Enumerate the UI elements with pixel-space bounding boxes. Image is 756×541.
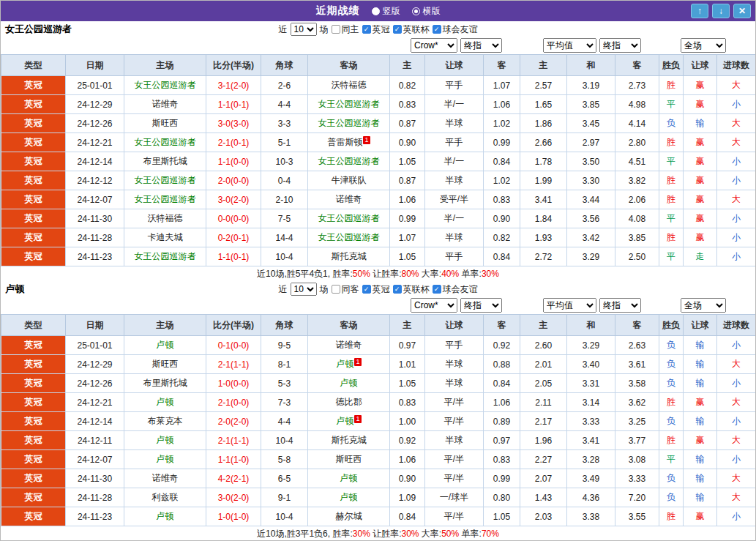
match-score[interactable]: 2-0(2-0) [206, 412, 261, 431]
home-team[interactable]: 斯旺西 [124, 114, 206, 133]
match-count-select[interactable]: 10 [291, 283, 317, 296]
match-score[interactable]: 0-0(0-0) [206, 209, 261, 228]
euro-home-odds: 2.17 [520, 412, 567, 431]
home-team[interactable]: 女王公园巡游者 [124, 76, 206, 95]
match-score[interactable]: 1-1(1-0) [206, 450, 261, 469]
odds-provider-select[interactable]: Crow* [411, 298, 457, 313]
home-team[interactable]: 卢顿 [124, 431, 206, 450]
home-team[interactable]: 布里斯托城 [124, 152, 206, 171]
away-team[interactable]: 赫尔城 [308, 507, 390, 526]
home-team[interactable]: 布莱克本 [124, 412, 206, 431]
same-away-checkbox[interactable]: 同客 [332, 283, 359, 296]
match-count-select[interactable]: 10 [291, 23, 317, 36]
league-checkbox-friendly[interactable]: 球会友谊 [433, 23, 478, 36]
match-score[interactable]: 3-0(3-0) [206, 114, 261, 133]
league-type-cell: 英冠 [1, 114, 66, 133]
away-team[interactable]: 斯托克城 [308, 247, 390, 266]
home-team[interactable]: 女王公园巡游者 [124, 171, 206, 190]
match-score[interactable]: 1-0(1-0) [206, 507, 261, 526]
handicap-line: 半/一 [425, 209, 484, 228]
match-score[interactable]: 2-1(0-0) [206, 393, 261, 412]
match-score[interactable]: 2-1(0-1) [206, 133, 261, 152]
away-team[interactable]: 女王公园巡游者 [308, 152, 390, 171]
layout-radio-vertical[interactable]: 竖版 [372, 5, 400, 18]
away-team[interactable]: 牛津联队 [308, 171, 390, 190]
home-team[interactable]: 女王公园巡游者 [124, 247, 206, 266]
match-score[interactable]: 2-0(0-0) [206, 171, 261, 190]
league-type-cell: 英冠 [1, 95, 66, 114]
home-team[interactable]: 诺维奇 [124, 95, 206, 114]
league-checkbox-championship[interactable]: 英冠 [362, 23, 390, 36]
away-team[interactable]: 沃特福德 [308, 76, 390, 95]
euro-odds-mode-select[interactable]: 平均值 [543, 298, 596, 313]
move-up-button[interactable]: ↑ [691, 4, 708, 18]
away-team[interactable]: 女王公园巡游者 [308, 95, 390, 114]
odds-provider-select[interactable]: Crow* [411, 38, 457, 53]
home-team[interactable]: 布里斯托城 [124, 374, 206, 393]
match-score[interactable]: 0-2(0-1) [206, 228, 261, 247]
home-team[interactable]: 利兹联 [124, 488, 206, 507]
match-score[interactable]: 1-1(0-0) [206, 152, 261, 171]
home-team[interactable]: 沃特福德 [124, 209, 206, 228]
home-team[interactable]: 卢顿 [124, 336, 206, 355]
league-type-cell: 英冠 [1, 450, 66, 469]
away-team[interactable]: 斯旺西 [308, 450, 390, 469]
over-under-result: 小 [717, 450, 756, 469]
move-down-button[interactable]: ↓ [712, 4, 730, 18]
home-team[interactable]: 卢顿 [124, 450, 206, 469]
over-under-result: 小 [717, 507, 756, 526]
away-team[interactable]: 女王公园巡游者 [308, 114, 390, 133]
match-score[interactable]: 3-0(2-0) [206, 488, 261, 507]
team-name-text: 德比郡 [336, 397, 362, 407]
home-team[interactable]: 卡迪夫城 [124, 228, 206, 247]
handicap-odds-type-select[interactable]: 终指 [460, 298, 502, 313]
match-score[interactable]: 1-0(0-0) [206, 374, 261, 393]
league-checkbox-friendly[interactable]: 球会友谊 [433, 283, 478, 296]
euro-odds-type-select[interactable]: 终指 [599, 298, 641, 313]
close-button[interactable]: ✕ [733, 4, 751, 18]
match-score[interactable]: 1-1(0-1) [206, 95, 261, 114]
home-team[interactable]: 女王公园巡游者 [124, 190, 206, 209]
away-team[interactable]: 普雷斯顿1 [308, 133, 390, 152]
match-score[interactable]: 0-1(0-0) [206, 336, 261, 355]
same-home-checkbox[interactable]: 同主 [332, 23, 359, 36]
match-score[interactable]: 1-1(0-1) [206, 247, 261, 266]
match-score[interactable]: 2-1(1-1) [206, 431, 261, 450]
away-team[interactable]: 卢顿 [308, 488, 390, 507]
home-team[interactable]: 卢顿 [124, 393, 206, 412]
home-team[interactable]: 女王公园巡游者 [124, 133, 206, 152]
scope-select[interactable]: 全场 [681, 38, 726, 53]
match-score[interactable]: 3-1(2-0) [206, 76, 261, 95]
away-team[interactable]: 斯托克城 [308, 431, 390, 450]
away-team[interactable]: 卢顿1 [308, 355, 390, 374]
euro-draw-odds: 3.29 [567, 336, 615, 355]
league-checkbox-championship[interactable]: 英冠 [362, 283, 390, 296]
match-score[interactable]: 4-2(2-1) [206, 469, 261, 488]
column-header: 和 [567, 55, 615, 76]
away-team[interactable]: 卢顿1 [308, 412, 390, 431]
league-checkbox-efl-cup[interactable]: 英联杯 [393, 283, 430, 296]
home-team[interactable]: 斯旺西 [124, 355, 206, 374]
euro-odds-type-select[interactable]: 终指 [599, 38, 641, 53]
scope-select[interactable]: 全场 [681, 298, 726, 313]
near-label: 近 [279, 283, 288, 296]
match-score[interactable]: 3-0(2-0) [206, 190, 261, 209]
euro-odds-mode-select[interactable]: 平均值 [543, 38, 596, 53]
handicap-result: 赢 [684, 133, 717, 152]
league-checkbox-efl-cup[interactable]: 英联杯 [393, 23, 430, 36]
match-score[interactable]: 2-1(1-1) [206, 355, 261, 374]
layout-radio-horizontal[interactable]: 横版 [412, 5, 441, 18]
away-team[interactable]: 女王公园巡游者 [308, 209, 390, 228]
away-team[interactable]: 德比郡 [308, 393, 390, 412]
home-team[interactable]: 诺维奇 [124, 469, 206, 488]
away-team[interactable]: 卢顿 [308, 469, 390, 488]
handicap-odds-type-select[interactable]: 终指 [460, 38, 502, 53]
away-team[interactable]: 女王公园巡游者 [308, 228, 390, 247]
away-team[interactable]: 卢顿 [308, 374, 390, 393]
home-team[interactable]: 卢顿 [124, 507, 206, 526]
away-team[interactable]: 诺维奇 [308, 336, 390, 355]
summary-stat-value: 50% [441, 529, 459, 539]
away-team[interactable]: 诺维奇 [308, 190, 390, 209]
over-under-result: 大 [717, 114, 756, 133]
titlebar: 近期战绩 竖版 横版 ↑ ↓ ✕ [1, 1, 755, 21]
